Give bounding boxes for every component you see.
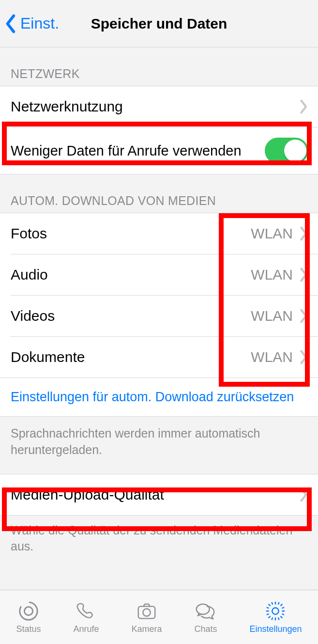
reset-auto-download-link[interactable]: Einstellungen für autom. Download zurück… <box>0 378 318 416</box>
network-group: Netzwerknutzung Weniger Daten für Anrufe… <box>0 86 318 174</box>
autodownload-group: Fotos WLAN Audio WLAN Videos WLAN Dokume… <box>0 213 318 417</box>
back-button[interactable]: Einst. <box>5 0 59 47</box>
content: NETZWERK Netzwerknutzung Weniger Daten f… <box>0 47 318 590</box>
upload-quality-group: Medien-Upload-Qualität <box>0 474 318 516</box>
tab-label: Chats <box>194 624 217 634</box>
svg-point-5 <box>273 608 279 614</box>
tab-label: Kamera <box>131 624 162 634</box>
chevron-right-icon <box>300 350 308 364</box>
chevron-right-icon <box>300 99 308 114</box>
row-upload-quality[interactable]: Medien-Upload-Qualität <box>0 474 318 515</box>
tab-label: Einstellungen <box>249 624 302 634</box>
row-value: WLAN <box>251 308 293 324</box>
camera-icon <box>136 600 158 622</box>
svg-point-1 <box>20 602 37 620</box>
svg-point-3 <box>143 609 150 616</box>
tab-bar: Status Anrufe Kamera Chats <box>0 590 318 644</box>
chats-icon <box>195 600 217 622</box>
section-header-network: NETZWERK <box>0 47 318 86</box>
tab-status[interactable]: Status <box>16 600 41 634</box>
row-value: WLAN <box>251 349 293 365</box>
row-value: WLAN <box>251 267 293 283</box>
tab-label: Status <box>16 624 41 634</box>
gear-icon <box>264 600 287 622</box>
row-photos[interactable]: Fotos WLAN <box>0 213 318 254</box>
chevron-right-icon <box>300 267 308 282</box>
row-label: Medien-Upload-Qualität <box>11 487 300 503</box>
row-label: Videos <box>11 308 251 324</box>
row-audio[interactable]: Audio WLAN <box>0 254 318 295</box>
back-label: Einst. <box>20 15 59 32</box>
row-less-data-calls: Weniger Daten für Anrufe verwenden <box>0 127 318 174</box>
nav-header: Einst. Speicher und Daten <box>0 0 318 47</box>
row-label: Fotos <box>11 225 251 242</box>
toggle-less-data[interactable] <box>265 138 308 164</box>
chevron-right-icon <box>300 226 308 241</box>
row-value: WLAN <box>251 225 293 242</box>
row-label: Netzwerknutzung <box>11 98 300 115</box>
row-network-usage[interactable]: Netzwerknutzung <box>0 86 318 127</box>
row-label: Weniger Daten für Anrufe verwenden <box>11 143 265 159</box>
tab-calls[interactable]: Anrufe <box>73 600 99 634</box>
row-videos[interactable]: Videos WLAN <box>0 296 318 336</box>
svg-point-0 <box>24 607 32 615</box>
chevron-left-icon <box>5 14 15 33</box>
toggle-knob <box>284 140 306 162</box>
footer-note-voice: Sprachnachrichten werden immer automatis… <box>0 417 318 474</box>
phone-icon <box>75 600 97 622</box>
row-label: Dokumente <box>11 349 251 365</box>
row-documents[interactable]: Dokumente WLAN <box>0 337 318 377</box>
status-icon <box>17 600 40 622</box>
tab-label: Anrufe <box>73 624 99 634</box>
page-title: Speicher und Daten <box>91 16 227 32</box>
svg-point-4 <box>197 604 210 614</box>
row-label: Audio <box>11 267 251 283</box>
tab-camera[interactable]: Kamera <box>131 600 162 634</box>
footer-note-upload: Wähle die Qualität der zu sendenden Medi… <box>0 516 318 571</box>
tab-chats[interactable]: Chats <box>194 600 217 634</box>
section-header-auto-download: AUTOM. DOWNLOAD VON MEDIEN <box>0 174 318 213</box>
tab-settings[interactable]: Einstellungen <box>249 600 302 634</box>
chevron-right-icon <box>300 487 308 502</box>
chevron-right-icon <box>300 309 308 323</box>
